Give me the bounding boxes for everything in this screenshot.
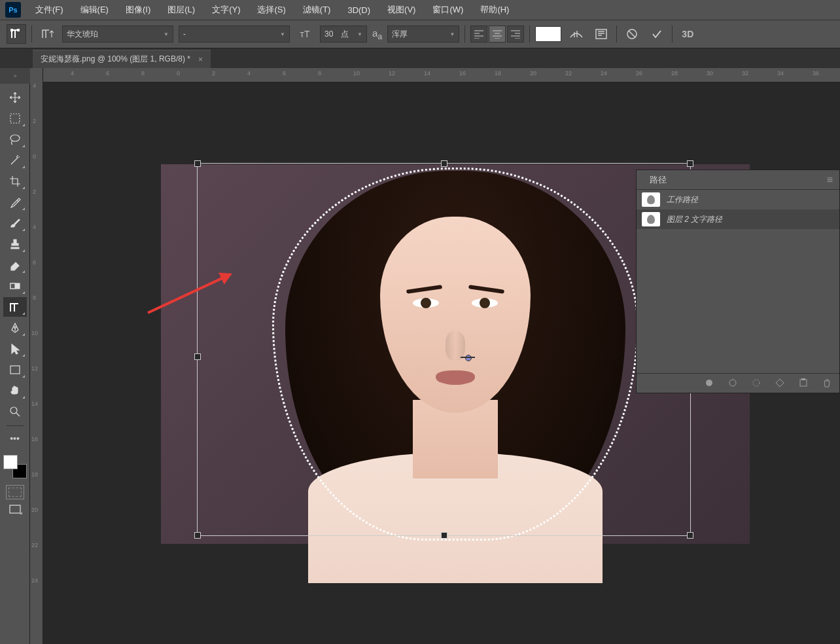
panel-menu-icon[interactable]: ≡ — [827, 174, 833, 186]
chevron-down-icon: ▼ — [164, 31, 169, 37]
path-name: 图层 2 文字路径 — [667, 214, 722, 225]
path-item[interactable]: 工作路径 — [637, 190, 839, 209]
character-panel-button[interactable] — [591, 24, 611, 44]
color-picker[interactable] — [3, 455, 27, 478]
eyedropper-tool[interactable] — [3, 192, 27, 212]
crop-tool[interactable] — [3, 171, 27, 191]
type-tool[interactable] — [3, 297, 27, 317]
paths-panel-footer — [637, 373, 839, 393]
menu-window[interactable]: 窗口(W) — [425, 1, 471, 18]
zoom-tool[interactable] — [3, 402, 27, 421]
path-thumbnail — [642, 212, 660, 226]
stroke-path-icon[interactable] — [728, 378, 739, 389]
path-to-selection-icon[interactable] — [752, 378, 762, 389]
menu-edit[interactable]: 编辑(E) — [73, 1, 116, 18]
svg-rect-0 — [596, 29, 606, 39]
svg-rect-2 — [10, 114, 20, 123]
menu-help[interactable]: 帮助(H) — [472, 1, 517, 18]
paths-panel: 路径 ≡ 工作路径 图层 2 文字路径 — [636, 170, 840, 393]
document-tab-title: 安妮海瑟薇.png @ 100% (图层 1, RGB/8) * — [41, 54, 190, 65]
commit-button[interactable] — [647, 24, 667, 44]
text-color-swatch[interactable] — [535, 26, 561, 42]
font-size-dropdown[interactable]: 30 点▼ — [320, 26, 367, 43]
font-family-dropdown[interactable]: 华文琥珀▼ — [62, 26, 173, 43]
text-orientation-toggle[interactable] — [37, 24, 57, 44]
lasso-tool[interactable] — [3, 130, 27, 149]
edit-toolbar-button[interactable]: ••• — [3, 429, 27, 448]
ps-logo: Ps — [5, 2, 21, 18]
chevron-down-icon: ▼ — [280, 31, 285, 37]
warp-text-button[interactable] — [567, 24, 586, 44]
svg-point-3 — [10, 135, 20, 141]
antialias-dropdown[interactable]: 浑厚▼ — [387, 26, 459, 43]
delete-path-icon[interactable] — [822, 378, 833, 389]
antialias-icon: aa — [372, 27, 382, 41]
svg-point-10 — [706, 380, 712, 386]
menu-3d[interactable]: 3D(D) — [340, 3, 378, 18]
document-tab-bar: 安妮海瑟薇.png @ 100% (图层 1, RGB/8) * × — [0, 48, 840, 68]
chevron-down-icon: ▼ — [449, 31, 455, 37]
svg-point-8 — [10, 407, 17, 414]
path-item[interactable]: 图层 2 文字路径 — [637, 209, 839, 229]
path-selection-tool[interactable] — [3, 339, 27, 359]
pen-tool[interactable] — [3, 318, 27, 338]
menu-select[interactable]: 选择(S) — [249, 1, 293, 18]
3d-button[interactable]: 3D — [678, 24, 697, 44]
fill-path-icon[interactable] — [705, 378, 715, 389]
menu-file[interactable]: 文件(F) — [27, 1, 71, 18]
svg-rect-7 — [10, 366, 20, 374]
eraser-tool[interactable] — [3, 255, 27, 275]
tools-panel: » ••• — [0, 68, 30, 644]
new-path-icon[interactable] — [799, 378, 809, 389]
close-icon[interactable]: × — [198, 55, 203, 64]
foreground-color[interactable] — [3, 455, 18, 469]
svg-rect-9 — [10, 505, 20, 513]
brush-tool[interactable] — [3, 213, 27, 233]
gradient-tool[interactable] — [3, 276, 27, 296]
selection-to-path-icon[interactable] — [775, 378, 786, 389]
workspace: » ••• 4 2 0 2 4 6 — [0, 68, 840, 644]
chevron-down-icon: ▼ — [357, 31, 362, 37]
paths-tab[interactable]: 路径 — [643, 170, 673, 190]
svg-rect-14 — [801, 378, 805, 380]
svg-point-11 — [729, 380, 736, 386]
path-thumbnail — [642, 192, 660, 207]
menubar: Ps 文件(F) 编辑(E) 图像(I) 图层(L) 文字(Y) 选择(S) 滤… — [0, 0, 840, 20]
menu-layer[interactable]: 图层(L) — [160, 1, 203, 18]
magic-wand-tool[interactable] — [3, 151, 27, 170]
svg-rect-13 — [800, 380, 807, 386]
move-tool[interactable] — [3, 88, 27, 107]
menu-image[interactable]: 图像(I) — [118, 1, 158, 18]
align-center-button[interactable] — [489, 26, 506, 43]
align-left-button[interactable] — [470, 26, 487, 43]
hand-tool[interactable] — [3, 381, 27, 401]
rectangle-tool[interactable] — [3, 360, 27, 380]
document-tab[interactable]: 安妮海瑟薇.png @ 100% (图层 1, RGB/8) * × — [33, 50, 211, 68]
options-bar: 华文琥珀▼ -▼ тT 30 点▼ aa 浑厚▼ 3D — [0, 20, 840, 48]
stamp-tool[interactable] — [3, 234, 27, 254]
menu-view[interactable]: 视图(V) — [379, 1, 423, 18]
svg-point-12 — [753, 380, 760, 386]
font-size-icon: тT — [295, 24, 315, 44]
svg-rect-5 — [10, 283, 15, 289]
marquee-tool[interactable] — [3, 109, 27, 128]
ruler-vertical[interactable]: 4 2 0 2 4 6 8 10 12 14 16 18 20 22 24 — [30, 68, 43, 644]
align-right-button[interactable] — [507, 26, 524, 43]
path-name: 工作路径 — [667, 194, 698, 206]
collapsed-panel-tab[interactable]: » — [0, 68, 30, 84]
text-tool-indicator — [7, 24, 26, 44]
ruler-horizontal[interactable]: 4 6 8 0 2 4 6 8 10 12 14 16 18 20 22 24 … — [43, 68, 840, 82]
quick-mask-toggle[interactable] — [6, 485, 24, 499]
cancel-button[interactable] — [622, 24, 642, 44]
text-align-group — [470, 26, 524, 43]
font-style-dropdown[interactable]: -▼ — [179, 26, 290, 43]
menu-type[interactable]: 文字(Y) — [204, 1, 248, 18]
screen-mode-button[interactable] — [6, 502, 24, 516]
menu-filter[interactable]: 滤镜(T) — [295, 1, 339, 18]
